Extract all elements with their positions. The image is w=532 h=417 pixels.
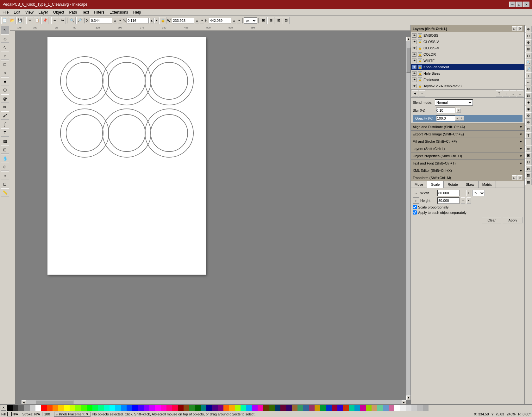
ri-btn-1[interactable]: ⊕ [525,26,532,32]
ri-btn-14[interactable]: ⊚ [525,112,532,119]
transform-expand-btn[interactable]: □ [512,175,517,180]
palette-color[interactable] [252,405,258,411]
blend-mode-select[interactable]: Normal Multiply Screen [435,99,473,106]
palette-color[interactable] [326,405,332,411]
scroll-right-btn[interactable]: ► [402,400,406,404]
y-input[interactable] [127,18,149,23]
palette-color[interactable] [127,405,132,411]
palette-color[interactable] [70,405,75,411]
palette-color[interactable] [315,405,320,411]
ri-btn-6[interactable]: 🔍 [525,59,532,65]
snap-btn4[interactable]: ⊡ [283,17,290,24]
rect-tool[interactable]: □ [1,60,9,68]
zoom-tool[interactable]: ⌕ [1,52,9,60]
ri-btn-5[interactable]: ⊟ [525,53,532,59]
height-input[interactable] [437,197,460,204]
gradient-tool[interactable]: ▦ [1,137,9,145]
x-up-btn[interactable]: ▲ [113,18,117,23]
pencil-tool[interactable]: ✏ [1,103,9,111]
menu-edit[interactable]: Edit [11,9,23,15]
palette-color[interactable] [195,405,201,411]
palette-color[interactable] [166,405,172,411]
star-tool[interactable]: ★ [1,77,9,85]
menu-file[interactable]: File [0,9,11,15]
layer-lock-tayda[interactable]: 🔒 [418,84,422,88]
apply-each-checkbox[interactable] [413,210,417,215]
palette-color[interactable] [235,405,241,411]
palette-color[interactable] [303,405,309,411]
ri-btn-7[interactable]: 🔎 [525,66,532,72]
ri-btn-17[interactable]: T [525,132,532,139]
palette-color[interactable] [104,405,110,411]
undo-button[interactable]: ↩ [51,17,58,24]
ri-btn-15[interactable]: ⊛ [525,119,532,125]
palette-color[interactable] [400,405,406,411]
palette-color[interactable] [172,405,178,411]
layer-row-glossm[interactable]: 👁 🔒 GLOSS-M [411,45,524,51]
palette-color[interactable] [149,405,155,411]
palette-color[interactable] [18,405,24,411]
layer-eye-glossm[interactable]: 👁 [412,46,416,50]
palette-color[interactable] [115,405,121,411]
palette-color[interactable] [349,405,354,411]
text-tool[interactable]: T [1,128,9,137]
tab-scale[interactable]: Scale [427,181,444,188]
width-increment-btn[interactable]: + [466,190,471,196]
palette-color[interactable] [246,405,252,411]
layer-row-emboss[interactable]: 👁 🔒 EMBOSS [411,32,524,39]
ri-btn-8[interactable]: ↕ [525,72,532,79]
ri-btn-11[interactable]: ⊡ [525,92,532,99]
palette-color[interactable] [286,405,292,411]
layer-lock-emboss[interactable]: 🔒 [418,33,422,38]
palette-color[interactable] [343,405,349,411]
menu-object[interactable]: Object [51,9,67,15]
palette-color[interactable] [189,405,195,411]
spiral-tool[interactable]: @ [1,94,9,103]
ri-btn-23[interactable]: ⊡ [525,172,532,178]
layer-eye-knob[interactable]: 👁 [412,65,416,69]
w-down-btn[interactable]: ▼ [200,18,204,23]
palette-color[interactable] [138,405,144,411]
palette-color[interactable] [178,405,184,411]
palette-color[interactable] [366,405,372,411]
layer-row-hole[interactable]: 👁 🔒 Hole Sizes [411,70,524,77]
palette-color[interactable] [218,405,223,411]
scroll-up-btn[interactable]: ▲ [406,37,410,41]
menu-text[interactable]: Text [79,9,91,15]
palette-color[interactable] [394,405,400,411]
palette-color[interactable] [155,405,161,411]
snap-btn1[interactable]: ⊞ [260,17,267,24]
open-button[interactable]: 📂 [9,17,16,24]
height-increment-btn[interactable]: + [466,197,471,204]
redo-button[interactable]: ↪ [59,17,66,24]
layer-eye-hole[interactable]: 👁 [412,71,416,76]
palette-color[interactable] [258,405,263,411]
menu-help[interactable]: Help [131,9,144,15]
eraser-tool[interactable]: ◻ [1,180,9,188]
ri-btn-24[interactable]: ▦ [525,179,532,185]
palette-color[interactable] [280,405,286,411]
ri-btn-22[interactable]: ⊠ [525,165,532,172]
dropper-tool[interactable]: 💧 [1,154,9,162]
mesh-tool[interactable]: ⊞ [1,146,9,154]
layer-move-up-btn[interactable]: ↑ [503,90,509,97]
palette-color[interactable] [223,405,229,411]
ri-btn-19[interactable]: ⊕ [525,146,532,152]
zoom-out-button[interactable]: 🔎 [76,17,83,24]
menu-extensions[interactable]: Extensions [107,9,131,15]
canvas-content[interactable]: ▲ ▼ ◄ ► [16,31,410,404]
palette-color[interactable] [292,405,297,411]
layer-lock-knob[interactable]: 🔒 [418,65,422,69]
callig-tool[interactable]: ∫ [1,120,9,128]
scroll-thumb-v[interactable] [406,47,410,73]
h-input[interactable] [209,18,231,23]
ri-btn-16[interactable]: ⊜ [525,126,532,132]
palette-color[interactable] [110,405,115,411]
layer-row-glossv[interactable]: 👁 🔒 GLOSS-V [411,39,524,45]
layers-close-btn[interactable]: ✕ [517,26,523,31]
palette-color[interactable] [92,405,98,411]
lock-aspect-btn[interactable]: 🔒 [160,17,166,24]
ri-btn-10[interactable]: ⊠ [525,86,532,92]
h-up-btn[interactable]: ▲ [232,18,236,23]
opacity-increment-btn[interactable]: + [460,116,464,121]
